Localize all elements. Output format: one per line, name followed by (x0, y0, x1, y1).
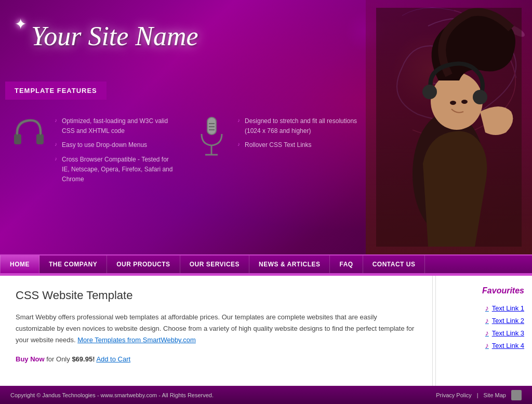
feature-list-2: Designed to stretch and fit all resoluti… (237, 114, 361, 186)
nav-item-the-company[interactable]: THE COMPANY (39, 255, 107, 273)
microphone-icon (193, 114, 230, 186)
header: ✦ Your Site Name TEMPLATE FEATURES Optim… (0, 0, 532, 254)
feature-item: Easy to use Drop-down Menus (55, 138, 178, 152)
price-label: $69.95! (72, 355, 95, 363)
body-text: Smart Webby offers professional web temp… (16, 312, 417, 346)
svg-rect-17 (208, 118, 216, 134)
svg-point-10 (422, 85, 437, 99)
sidebar-link-2[interactable]: ♪ Text Link 2 (446, 314, 524, 327)
site-map-link[interactable]: Site Map (484, 392, 506, 398)
sidebar-divider (435, 276, 436, 386)
text-link-2[interactable]: Text Link 2 (492, 317, 524, 325)
feature-item: Optimized, fast-loading and W3C valid CS… (55, 114, 178, 138)
woman-image (366, 0, 532, 254)
footer-icon (511, 390, 522, 400)
feature-item: Rollover CSS Text Links (237, 138, 361, 152)
feature-col-2: Designed to stretch and fit all resoluti… (193, 114, 361, 186)
copyright-text: Copyright © Jandus Technologies - www.sm… (10, 392, 214, 398)
features-section: Optimized, fast-loading and W3C valid CS… (5, 109, 366, 192)
footer-divider: | (477, 392, 478, 398)
page-title: CSS Website Template (16, 289, 417, 302)
svg-point-13 (461, 100, 468, 104)
feature-col-1: Optimized, fast-loading and W3C valid CS… (10, 114, 178, 186)
music-note-icon-3: ♪ (485, 329, 489, 337)
nav-item-contact-us[interactable]: CONTACT US (363, 255, 425, 273)
sidebar-link-4[interactable]: ♪ Text Link 4 (446, 339, 524, 352)
nav-item-our-services[interactable]: OUR SERVICES (180, 255, 249, 273)
text-link-1[interactable]: Text Link 1 (492, 304, 524, 312)
more-templates-link[interactable]: More Templates from SmartWebby.com (77, 336, 196, 344)
text-link-3[interactable]: Text Link 3 (492, 329, 524, 337)
nav-item-faq[interactable]: FAQ (330, 255, 363, 273)
content-body: CSS Website Template Smart Webby offers … (0, 276, 433, 386)
svg-point-11 (473, 90, 487, 104)
music-note-icon-1: ♪ (485, 304, 489, 312)
template-features-badge: TEMPLATE FEATURES (5, 82, 107, 100)
footer: Copyright © Jandus Technologies - www.sm… (0, 386, 532, 404)
nav-item-news-articles[interactable]: NEWS & ARTICLES (249, 255, 330, 273)
text-link-4[interactable]: Text Link 4 (492, 342, 524, 349)
music-note-icon-2: ♪ (485, 316, 489, 325)
feature-list-1: Optimized, fast-loading and W3C valid CS… (55, 114, 178, 186)
svg-point-12 (450, 101, 456, 105)
feature-item: Designed to stretch and fit all resoluti… (237, 114, 361, 138)
buy-now-label: Buy Now (16, 355, 45, 363)
sidebar-link-1[interactable]: ♪ Text Link 1 (446, 302, 524, 314)
buy-line: Buy Now for Only $69.95! Add to Cart (16, 354, 417, 365)
buy-prefix: for Only (46, 355, 72, 363)
add-to-cart-link[interactable]: Add to Cart (96, 355, 130, 363)
navigation: HOME THE COMPANY OUR PRODUCTS OUR SERVIC… (0, 254, 532, 274)
feature-item: Cross Browser Compatible - Tested for IE… (55, 153, 178, 187)
main-content: CSS Website Template Smart Webby offers … (0, 274, 532, 386)
svg-rect-14 (14, 134, 21, 144)
footer-links: Privacy Policy | Site Map (436, 390, 522, 400)
music-note-icon-4: ♪ (485, 341, 489, 349)
nav-item-home[interactable]: HOME (0, 255, 39, 273)
headphones-icon (10, 114, 47, 186)
privacy-policy-link[interactable]: Privacy Policy (436, 392, 471, 398)
sidebar-title: Favourites (446, 286, 524, 295)
nav-item-our-products[interactable]: OUR PRODUCTS (107, 255, 180, 273)
svg-rect-15 (36, 134, 44, 144)
site-name: Your Site Name (31, 21, 198, 51)
sidebar: Favourites ♪ Text Link 1 ♪ Text Link 2 ♪… (438, 276, 532, 386)
sidebar-link-3[interactable]: ♪ Text Link 3 (446, 327, 524, 339)
